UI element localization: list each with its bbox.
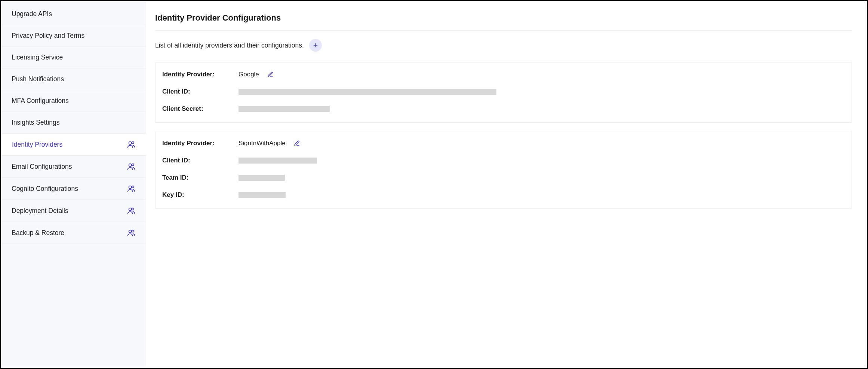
subtitle-text: List of all identity providers and their… [155,42,304,49]
redacted-value [238,192,286,198]
field-label: Team ID: [162,174,238,182]
main-content: Identity Provider Configurations List of… [146,1,867,368]
sidebar-item-insights-settings[interactable]: Insights Settings [1,112,146,134]
edit-button[interactable] [267,71,274,78]
people-icon [127,229,135,237]
subtitle-row: List of all identity providers and their… [155,39,852,52]
sidebar-item-label: MFA Configurations [12,97,69,105]
page-title: Identity Provider Configurations [155,13,852,31]
providers-list: Identity Provider:GoogleClient ID:Client… [155,62,852,209]
sidebar-item-deployment-details[interactable]: Deployment Details [1,200,146,222]
field-value: Google [238,71,259,78]
svg-point-3 [132,164,134,166]
sidebar: Upgrade APIsPrivacy Policy and TermsLice… [1,1,146,368]
field-value-wrap [238,89,845,95]
sidebar-item-push-notifications[interactable]: Push Notifications [1,68,146,90]
svg-point-1 [132,142,134,144]
field-label: Client ID: [162,157,238,164]
svg-point-2 [129,164,132,167]
svg-point-9 [132,230,134,232]
field-label: Client ID: [162,88,238,95]
sidebar-item-label: Licensing Service [12,54,63,61]
sidebar-item-label: Privacy Policy and Terms [12,32,84,40]
field-label: Client Secret: [162,105,238,113]
field-value-wrap [238,175,845,181]
sidebar-item-label: Cognito Configurations [12,185,78,193]
field-value-wrap [238,192,845,198]
people-icon [127,207,135,215]
field-value-wrap: SignInWithApple [238,140,845,147]
sidebar-item-cognito-configurations[interactable]: Cognito Configurations [1,178,146,200]
svg-point-5 [132,186,134,188]
provider-card: Identity Provider:GoogleClient ID:Client… [155,62,852,123]
field-value: SignInWithApple [238,140,286,147]
field-label: Identity Provider: [162,140,238,147]
field-row: Client Secret: [162,105,845,113]
svg-point-0 [129,142,132,144]
sidebar-item-label: Backup & Restore [12,229,64,237]
field-row: Key ID: [162,191,845,199]
svg-point-8 [129,230,132,233]
sidebar-item-identity-providers[interactable]: Identity Providers [1,134,146,156]
field-value-wrap [238,158,845,164]
field-label: Key ID: [162,191,238,199]
sidebar-item-label: Email Configurations [12,163,72,171]
people-icon [127,184,135,193]
redacted-value [238,158,317,164]
field-row: Client ID: [162,157,845,164]
field-value-wrap: Google [238,71,845,78]
field-value-wrap [238,106,845,112]
people-icon [127,162,135,171]
edit-button[interactable] [293,140,301,147]
sidebar-item-mfa-configurations[interactable]: MFA Configurations [1,90,146,112]
provider-card: Identity Provider:SignInWithAppleClient … [155,131,852,209]
sidebar-item-label: Identity Providers [12,141,62,149]
add-provider-button[interactable] [309,39,322,52]
svg-point-6 [129,208,132,211]
redacted-value [238,106,330,112]
redacted-value [238,175,285,181]
field-row: Identity Provider:Google [162,71,845,78]
field-row: Client ID: [162,88,845,95]
sidebar-item-label: Deployment Details [12,207,68,215]
sidebar-item-licensing-service[interactable]: Licensing Service [1,47,146,68]
svg-point-7 [132,208,134,210]
svg-point-4 [129,186,132,189]
app-frame: Upgrade APIsPrivacy Policy and TermsLice… [0,0,868,369]
field-row: Identity Provider:SignInWithApple [162,140,845,147]
sidebar-item-label: Insights Settings [12,119,59,126]
sidebar-item-upgrade-apis[interactable]: Upgrade APIs [1,3,146,25]
sidebar-item-backup-restore[interactable]: Backup & Restore [1,222,146,244]
redacted-value [238,89,496,95]
people-icon [127,140,135,149]
sidebar-item-email-configurations[interactable]: Email Configurations [1,156,146,178]
plus-icon [313,42,318,48]
field-row: Team ID: [162,174,845,182]
sidebar-item-label: Push Notifications [12,75,64,83]
field-label: Identity Provider: [162,71,238,78]
sidebar-item-label: Upgrade APIs [12,10,52,18]
sidebar-item-privacy-policy-and-terms[interactable]: Privacy Policy and Terms [1,25,146,47]
